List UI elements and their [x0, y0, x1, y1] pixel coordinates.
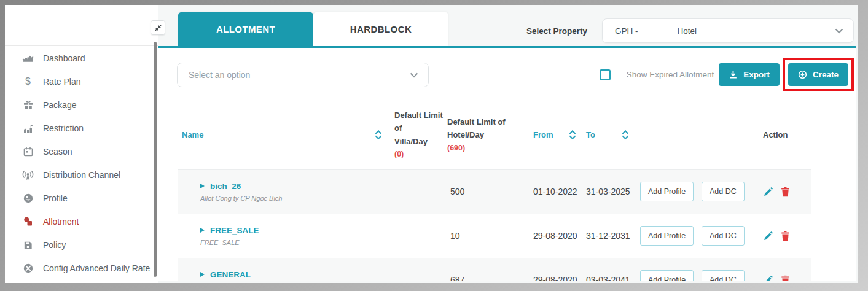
from-date: 29-08-2020	[531, 275, 584, 281]
rate-plan-icon: $	[22, 76, 34, 88]
tab-allotment[interactable]: ALLOTMENT	[178, 12, 313, 46]
select-property-label: Select Property	[526, 26, 587, 36]
allotment-name-link[interactable]: bich_26	[210, 182, 241, 191]
plus-circle-icon	[798, 70, 807, 79]
sidebar-item-label: Dashboard	[43, 53, 85, 63]
package-icon	[22, 99, 34, 111]
property-name: Hotel	[678, 26, 697, 36]
tab-label: ALLOTMENT	[216, 24, 275, 34]
add-dc-button[interactable]: Add DC	[702, 226, 745, 246]
add-profile-button[interactable]: Add Profile	[640, 270, 694, 281]
hotel-limit-value: 10	[445, 231, 531, 241]
sidebar-item-profile[interactable]: Profile	[5, 187, 158, 210]
expand-triangle-icon	[200, 272, 205, 277]
sidebar-scrollbar[interactable]	[154, 42, 157, 277]
add-profile-button[interactable]: Add Profile	[640, 182, 694, 201]
annotation-highlight-box: Create	[783, 58, 854, 91]
sidebar-item-policy[interactable]: Policy	[5, 233, 158, 257]
create-button[interactable]: Create	[788, 63, 848, 86]
sidebar-item-label: Policy	[43, 240, 66, 250]
show-expired-label: Show Expired Allotment	[627, 70, 714, 79]
table-header-row: Name Default Limit of Villa/Day (0) Defa…	[178, 104, 811, 169]
row-expand-link[interactable]: GENERAL	[200, 270, 375, 279]
from-date: 01-10-2022	[531, 187, 584, 196]
download-icon	[729, 70, 738, 79]
row-name-cell: FREE_SALE FREE_SALE	[178, 226, 375, 246]
column-header-name[interactable]: Name	[178, 128, 375, 141]
hotel-limit-value: 500	[445, 187, 531, 196]
sidebar-item-distribution-channel[interactable]: Distribution Channel	[5, 163, 158, 187]
property-select-dropdown[interactable]: GPH - Hotel	[602, 18, 854, 43]
toolbar: Select an option Show Expired Allotment …	[158, 48, 856, 91]
table-row: bich_26 Allot Cong ty CP Ngoc Bich 500 0…	[178, 169, 811, 214]
show-expired-checkbox[interactable]	[600, 69, 611, 80]
sidebar-item-rate-plan[interactable]: $ Rate Plan	[5, 70, 158, 93]
delete-icon[interactable]	[781, 275, 790, 281]
property-selector-group: Select Property GPH - Hotel	[526, 18, 854, 43]
sidebar-item-config-advanced-daily-rate[interactable]: Config Advanced Daily Rate	[5, 257, 158, 280]
sidebar-item-package[interactable]: Package	[5, 93, 158, 117]
sidebar-item-label: Profile	[43, 193, 68, 203]
sort-icon[interactable]	[622, 130, 629, 140]
row-actions	[747, 275, 811, 281]
row-expand-link[interactable]: FREE_SALE	[200, 226, 375, 235]
sidebar: Dashboard $ Rate Plan Package Restrictio…	[5, 5, 158, 283]
to-date: 31-03-2025	[584, 187, 636, 196]
tab-bar: ALLOTMENT HARDBLOCK	[178, 12, 448, 46]
to-date: 31-12-2031	[584, 231, 636, 241]
chevron-down-icon	[410, 70, 418, 80]
from-date: 29-08-2020	[531, 231, 584, 241]
allotment-name-link[interactable]: GENERAL	[210, 270, 251, 279]
column-header-to[interactable]: To	[584, 128, 636, 141]
hotel-limit-badge: (690)	[447, 142, 531, 155]
sidebar-header-divider	[5, 45, 158, 46]
to-date: 03-03-2041	[584, 275, 636, 281]
column-header-villa-limit: Default Limit of Villa/Day (0)	[392, 109, 445, 161]
property-code: GPH -	[615, 26, 638, 36]
profile-icon	[22, 193, 34, 204]
edit-icon[interactable]	[763, 275, 773, 281]
export-button[interactable]: Export	[719, 63, 780, 86]
sidebar-item-allotment[interactable]: Allotment	[5, 210, 158, 233]
hotel-limit-value: 687	[445, 275, 531, 281]
edit-icon[interactable]	[763, 187, 773, 197]
expand-triangle-icon	[200, 228, 205, 233]
restriction-icon	[22, 123, 34, 134]
edit-icon[interactable]	[763, 231, 773, 241]
sort-icon[interactable]	[569, 130, 576, 140]
distribution-channel-icon	[22, 169, 34, 181]
allotment-table: Name Default Limit of Villa/Day (0) Defa…	[178, 104, 811, 281]
expand-triangle-icon	[200, 184, 205, 188]
sidebar-item-season[interactable]: Season	[5, 140, 158, 163]
export-label: Export	[743, 70, 770, 79]
sidebar-item-label: Season	[43, 147, 72, 157]
sidebar-nav: Dashboard $ Rate Plan Package Restrictio…	[5, 47, 158, 280]
header-band: ALLOTMENT HARDBLOCK Select Property GPH …	[158, 5, 858, 46]
sidebar-item-restriction[interactable]: Restriction	[5, 117, 158, 140]
allotment-name-link[interactable]: FREE_SALE	[210, 226, 259, 235]
sidebar-item-label: Rate Plan	[43, 77, 80, 87]
sidebar-item-label: Config Advanced Daily Rate	[43, 263, 150, 273]
filter-placeholder: Select an option	[189, 70, 250, 80]
sidebar-item-dashboard[interactable]: Dashboard	[5, 47, 158, 70]
add-dc-button[interactable]: Add DC	[702, 182, 745, 201]
delete-icon[interactable]	[781, 187, 790, 197]
row-expand-link[interactable]: bich_26	[200, 182, 375, 191]
delete-icon[interactable]	[781, 231, 790, 241]
sidebar-collapse-button[interactable]	[151, 20, 165, 35]
allotment-icon	[22, 216, 34, 228]
tab-hardblock[interactable]: HARDBLOCK	[313, 12, 448, 46]
chevron-down-icon	[835, 26, 843, 36]
row-name-cell: GENERAL GENERAL	[178, 270, 375, 281]
sort-icon[interactable]	[375, 130, 392, 140]
column-header-action: Action	[747, 128, 811, 141]
allotment-panel: Select an option Show Expired Allotment …	[158, 48, 856, 281]
column-header-from[interactable]: From	[531, 128, 584, 141]
add-dc-button[interactable]: Add DC	[702, 270, 745, 281]
policy-icon	[22, 239, 34, 251]
allotment-filter-dropdown[interactable]: Select an option	[177, 63, 429, 87]
add-profile-button[interactable]: Add Profile	[640, 226, 694, 246]
season-icon	[22, 146, 34, 158]
row-name-cell: bich_26 Allot Cong ty CP Ngoc Bich	[178, 182, 375, 202]
sidebar-item-label: Restriction	[43, 123, 84, 133]
